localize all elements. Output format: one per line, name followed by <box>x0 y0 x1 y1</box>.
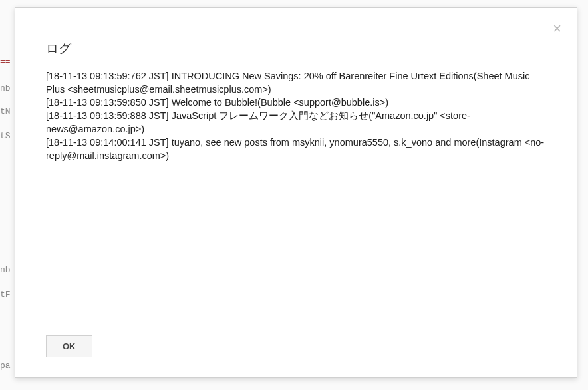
bg-text-fragment: pa <box>0 361 11 371</box>
log-content: [18-11-13 09:13:59:762 JST] INTRODUCING … <box>15 69 577 322</box>
bg-text-fragment: tN <box>0 106 11 116</box>
log-entry: [18-11-13 09:13:59:888 JST] JavaScript フ… <box>46 110 470 134</box>
log-entry: [18-11-13 09:13:59:762 JST] INTRODUCING … <box>46 71 529 95</box>
dialog-footer: OK <box>15 322 577 377</box>
log-dialog: × ログ [18-11-13 09:13:59:762 JST] INTRODU… <box>15 7 577 378</box>
bg-text-fragment: nb <box>0 83 11 93</box>
close-icon[interactable]: × <box>553 21 561 36</box>
bg-text-fragment: == <box>0 57 11 67</box>
bg-text-fragment: == <box>0 226 11 236</box>
bg-text-fragment: tS <box>0 131 11 141</box>
ok-button[interactable]: OK <box>46 335 92 357</box>
log-entry: [18-11-13 09:14:00:141 JST] tuyano, see … <box>46 137 544 161</box>
dialog-title: ログ <box>15 8 577 69</box>
bg-text-fragment: nb <box>0 265 11 275</box>
bg-text-fragment: tF <box>0 290 11 299</box>
log-entry: [18-11-13 09:13:59:850 JST] Welcome to B… <box>46 97 388 108</box>
